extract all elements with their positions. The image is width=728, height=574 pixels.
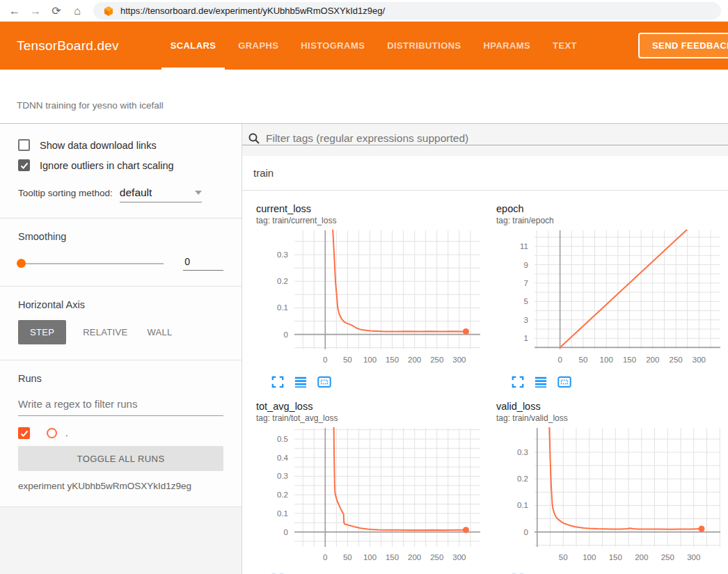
tab-distributions[interactable]: DISTRIBUTIONS — [376, 22, 472, 70]
url-text: https://tensorboard.dev/experiment/yKUbh… — [120, 6, 385, 16]
svg-text:250: 250 — [430, 553, 443, 561]
chart-valid-loss: valid_loss tag: train/valid_loss 5010015… — [488, 401, 728, 574]
line-chart-canvas[interactable]: 05010015020025030000.10.20.30.40.5 — [256, 426, 486, 568]
chart-tag: tag: train/valid_loss — [496, 413, 728, 423]
svg-text:0: 0 — [557, 356, 562, 364]
ignore-outliers-row[interactable]: Ignore outliers in chart scaling — [18, 159, 223, 171]
svg-text:0.5: 0.5 — [277, 435, 288, 443]
line-chart-canvas[interactable]: 5010015020025030000.10.20.3 — [496, 426, 726, 568]
svg-text:300: 300 — [452, 356, 466, 364]
tooltip-sorting-dropdown[interactable]: default — [120, 186, 202, 202]
tab-hparams[interactable]: HPARAMS — [473, 22, 542, 70]
svg-text:200: 200 — [408, 356, 421, 364]
tooltip-sorting-label: Tooltip sorting method: — [18, 188, 113, 198]
run-checkbox[interactable] — [18, 427, 30, 439]
fit-domain-icon[interactable] — [317, 376, 331, 388]
show-download-links-row[interactable]: Show data download links — [18, 139, 223, 151]
svg-text:200: 200 — [635, 553, 648, 561]
send-feedback-button[interactable]: SEND FEEDBACK — [638, 33, 728, 58]
runs-section: Runs . TOGGLE ALL RUNS experiment yKUbhb… — [0, 360, 242, 507]
svg-text:0: 0 — [323, 553, 327, 561]
smoothing-label: Smoothing — [18, 231, 223, 242]
svg-text:200: 200 — [408, 553, 421, 561]
show-download-links-checkbox[interactable] — [18, 139, 30, 151]
filter-tags-row — [242, 124, 728, 145]
tab-text[interactable]: TEXT — [541, 22, 588, 70]
smoothing-slider-thumb[interactable] — [17, 259, 26, 268]
reload-icon[interactable]: ⟳ — [46, 4, 67, 17]
charts-grid: current_loss tag: train/current_loss 050… — [242, 191, 728, 574]
chart-current-loss: current_loss tag: train/current_loss 050… — [248, 203, 488, 388]
svg-text:50: 50 — [343, 553, 352, 561]
experiment-subheader: TDNN training for yesno with icefall — [0, 70, 728, 124]
tab-scalars[interactable]: SCALARS — [159, 22, 228, 70]
svg-text:0.1: 0.1 — [277, 509, 288, 518]
chart-tag: tag: train/epoch — [496, 216, 728, 225]
line-chart-canvas[interactable]: 0501001502002503001357911 — [496, 228, 726, 370]
chart-tag: tag: train/current_loss — [256, 216, 488, 225]
svg-text:100: 100 — [583, 553, 596, 561]
train-group-header[interactable]: train — [242, 156, 728, 191]
run-selector-icon[interactable] — [294, 376, 307, 388]
expand-chart-icon[interactable] — [512, 376, 524, 388]
svg-text:100: 100 — [600, 356, 613, 364]
axis-relative-button[interactable]: RELATIVE — [73, 320, 137, 344]
chart-epoch: epoch tag: train/epoch 05010015020025030… — [488, 203, 728, 388]
chart-title: tot_avg_loss — [256, 401, 488, 412]
svg-text:0.4: 0.4 — [277, 454, 289, 462]
svg-text:250: 250 — [430, 356, 443, 364]
tab-histograms[interactable]: HISTOGRAMS — [290, 22, 376, 70]
toggle-all-runs-button[interactable]: TOGGLE ALL RUNS — [18, 446, 223, 471]
tab-graphs[interactable]: GRAPHS — [227, 22, 290, 70]
main-content: train current_loss tag: train/current_lo… — [242, 124, 728, 574]
svg-text:0: 0 — [284, 330, 288, 339]
run-row[interactable]: . — [18, 427, 223, 439]
ignore-outliers-checkbox[interactable] — [18, 159, 30, 171]
horizontal-axis-section: Horizontal Axis STEP RELATIVE WALL — [0, 286, 242, 360]
svg-text:100: 100 — [363, 553, 377, 561]
search-icon — [248, 132, 260, 145]
chart-title: epoch — [496, 203, 728, 214]
expand-chart-icon[interactable] — [271, 376, 284, 388]
smoothing-value[interactable]: 0 — [183, 256, 223, 271]
svg-text:0: 0 — [284, 528, 288, 536]
svg-text:0.2: 0.2 — [277, 277, 288, 285]
axis-wall-button[interactable]: WALL — [137, 320, 182, 344]
back-icon[interactable]: ← — [4, 5, 25, 17]
app-header: TensorBoard.dev SCALARS GRAPHS HISTOGRAM… — [0, 22, 728, 70]
tab-bar: SCALARS GRAPHS HISTOGRAMS DISTRIBUTIONS … — [159, 22, 588, 70]
app-logo: TensorBoard.dev — [17, 38, 119, 54]
svg-text:5: 5 — [524, 297, 528, 305]
ignore-outliers-label: Ignore outliers in chart scaling — [40, 160, 174, 171]
sidebar-filler — [0, 507, 242, 574]
axis-step-button[interactable]: STEP — [18, 320, 66, 344]
fit-domain-icon[interactable] — [557, 376, 571, 388]
checkmark-icon — [20, 161, 29, 170]
experiment-title: TDNN training for yesno with icefall — [17, 100, 164, 111]
filter-tags-input[interactable] — [266, 132, 728, 145]
svg-text:0.2: 0.2 — [277, 491, 288, 499]
svg-text:9: 9 — [524, 261, 528, 269]
chart-title: valid_loss — [496, 401, 728, 412]
svg-text:0.1: 0.1 — [277, 303, 288, 312]
svg-text:0.1: 0.1 — [517, 501, 528, 509]
svg-text:250: 250 — [669, 356, 682, 364]
run-selector-icon[interactable] — [535, 376, 547, 388]
svg-text:0.3: 0.3 — [517, 448, 528, 456]
smoothing-slider[interactable] — [18, 263, 164, 264]
svg-text:50: 50 — [559, 553, 568, 561]
svg-text:150: 150 — [386, 553, 399, 561]
home-icon[interactable]: ⌂ — [67, 5, 88, 17]
checkmark-icon — [20, 429, 29, 438]
svg-text:300: 300 — [687, 553, 700, 561]
tooltip-sorting-value: default — [120, 186, 152, 199]
address-bar[interactable]: https://tensorboard.dev/experiment/yKUbh… — [93, 2, 721, 19]
smoothing-section: Smoothing 0 — [0, 218, 242, 286]
svg-text:0.3: 0.3 — [277, 250, 288, 259]
line-chart-canvas[interactable]: 05010015020025030000.10.20.3 — [256, 228, 486, 370]
svg-text:150: 150 — [386, 356, 399, 364]
chart-title: current_loss — [256, 203, 488, 214]
run-name: . — [65, 428, 68, 438]
runs-regex-input[interactable] — [18, 391, 223, 416]
forward-icon[interactable]: → — [25, 5, 46, 17]
